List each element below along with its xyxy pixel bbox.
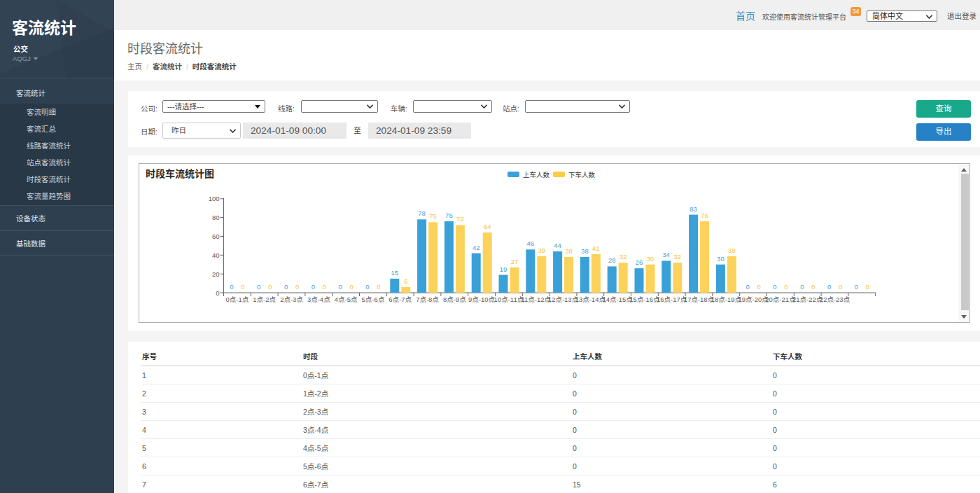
svg-text:9点-10点: 9点-10点 — [468, 296, 496, 303]
svg-text:15点-16点: 15点-16点 — [629, 296, 660, 303]
svg-text:30: 30 — [647, 255, 654, 263]
svg-text:27: 27 — [511, 258, 519, 265]
svg-text:3点-4点: 3点-4点 — [307, 296, 330, 303]
svg-text:0: 0 — [827, 283, 831, 291]
svg-text:0: 0 — [216, 289, 219, 297]
svg-text:30: 30 — [717, 255, 724, 263]
svg-text:72: 72 — [456, 215, 464, 223]
svg-text:0: 0 — [746, 283, 750, 291]
svg-text:16点-17点: 16点-17点 — [657, 296, 687, 303]
svg-text:0: 0 — [284, 283, 288, 291]
svg-text:38: 38 — [565, 247, 573, 255]
svg-text:0: 0 — [365, 283, 369, 291]
svg-text:6: 6 — [404, 277, 407, 285]
svg-text:5点-6点: 5点-6点 — [362, 296, 385, 303]
svg-text:0: 0 — [323, 283, 326, 291]
svg-text:0: 0 — [757, 283, 761, 291]
svg-text:0: 0 — [866, 283, 869, 291]
svg-text:39: 39 — [538, 246, 546, 254]
svg-text:18点-19点: 18点-19点 — [711, 296, 742, 303]
svg-text:0: 0 — [855, 283, 858, 291]
svg-text:76: 76 — [701, 211, 708, 219]
svg-text:0点-1点: 0点-1点 — [226, 296, 249, 303]
svg-text:8点-9点: 8点-9点 — [443, 296, 466, 303]
svg-text:76: 76 — [445, 211, 453, 219]
svg-text:0: 0 — [350, 283, 354, 291]
svg-text:38: 38 — [581, 247, 589, 255]
svg-text:0: 0 — [773, 283, 776, 291]
svg-text:0: 0 — [811, 283, 815, 291]
svg-text:44: 44 — [554, 242, 561, 249]
svg-text:14点-15点: 14点-15点 — [602, 296, 633, 303]
svg-text:2点-3点: 2点-3点 — [280, 296, 303, 303]
svg-text:41: 41 — [592, 244, 600, 252]
svg-text:10点-11点: 10点-11点 — [494, 296, 524, 303]
svg-text:32: 32 — [620, 253, 627, 261]
svg-text:13点-14点: 13点-14点 — [575, 296, 606, 303]
svg-text:0: 0 — [257, 283, 260, 291]
svg-text:19: 19 — [500, 265, 507, 273]
svg-text:0: 0 — [295, 283, 299, 291]
svg-text:80: 80 — [212, 214, 220, 221]
svg-text:0: 0 — [312, 283, 315, 291]
svg-text:60: 60 — [212, 232, 220, 240]
svg-text:6点-7点: 6点-7点 — [388, 296, 412, 303]
svg-text:0: 0 — [800, 283, 804, 291]
svg-text:1点-2点: 1点-2点 — [253, 296, 276, 303]
svg-text:78: 78 — [418, 209, 426, 217]
svg-text:0: 0 — [230, 283, 233, 291]
svg-text:75: 75 — [429, 212, 437, 220]
svg-text:21点-22点: 21点-22点 — [792, 296, 823, 303]
svg-text:83: 83 — [690, 205, 697, 213]
svg-text:17点-18点: 17点-18点 — [684, 296, 715, 303]
svg-text:0: 0 — [839, 283, 842, 291]
svg-text:22点-23点: 22点-23点 — [820, 296, 850, 303]
svg-text:100: 100 — [209, 195, 220, 202]
svg-text:0: 0 — [268, 283, 272, 291]
svg-text:40: 40 — [212, 251, 220, 259]
svg-text:42: 42 — [472, 244, 480, 251]
svg-text:26: 26 — [636, 258, 643, 266]
svg-text:39: 39 — [728, 246, 736, 254]
svg-text:0: 0 — [339, 283, 342, 291]
svg-text:28: 28 — [608, 256, 616, 264]
svg-text:11点-12点: 11点-12点 — [521, 296, 551, 303]
svg-text:4点-5点: 4点-5点 — [335, 296, 358, 303]
svg-text:0: 0 — [784, 283, 788, 291]
svg-text:20: 20 — [212, 270, 220, 278]
svg-text:12点-13点: 12点-13点 — [548, 296, 579, 303]
svg-text:15: 15 — [391, 269, 399, 277]
svg-text:19点-20点: 19点-20点 — [738, 296, 769, 303]
svg-text:46: 46 — [527, 239, 535, 247]
svg-text:20点-21点: 20点-21点 — [765, 296, 796, 303]
svg-text:64: 64 — [484, 223, 491, 230]
svg-text:34: 34 — [663, 251, 671, 258]
svg-text:7点-8点: 7点-8点 — [416, 296, 439, 303]
svg-text:0: 0 — [377, 283, 380, 291]
svg-text:32: 32 — [674, 253, 682, 261]
svg-text:0: 0 — [241, 283, 244, 291]
